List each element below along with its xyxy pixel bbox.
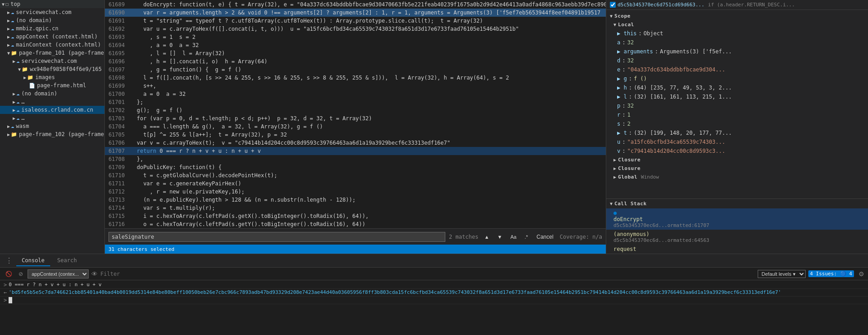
scope-value: 32: [627, 102, 633, 110]
search-up-button[interactable]: ▲: [482, 233, 491, 241]
file-tree-item-pageframe102[interactable]: ▶📁page-frame_102 (page-frame.htm: [0, 130, 104, 138]
console-input-line: > 0 === r ? n + v + u : n + u + v: [0, 281, 868, 289]
scope-key: ▶ l: [617, 93, 627, 101]
closure1-header[interactable]: ▶ Closure: [610, 156, 868, 164]
code-line: 61703 for (var p = 0, d = t.length; p < …: [105, 114, 606, 123]
file-tree-item-dotcloud[interactable]: ▶☁…: [0, 98, 104, 106]
console-panel-menu[interactable]: ⋮: [4, 255, 14, 266]
scope-header[interactable]: ▼ Scope: [606, 12, 868, 20]
callstack-item[interactable]: request: [606, 245, 868, 254]
file-tree-item-dotcloud2[interactable]: ▶☁…: [0, 114, 104, 122]
line-number: 61708: [105, 155, 128, 163]
scope-value: (32) [199, 148, 20, 177, 77...: [634, 129, 732, 137]
code-line: 61694 , a = 0 a = 32: [105, 41, 606, 49]
scope-item[interactable]: d: 32: [613, 56, 868, 65]
console-clear-button[interactable]: 🚫: [4, 270, 14, 278]
scope-item[interactable]: ▶ t: (32) [199, 148, 20, 177, 77...: [613, 128, 868, 137]
scope-key: p: [617, 102, 620, 110]
tree-label: (no domain): [16, 17, 52, 24]
search-cancel-button[interactable]: Cancel: [534, 233, 556, 241]
file-tree-item-nodomain1[interactable]: ▶☁(no domain): [0, 16, 104, 24]
tree-label: servicewechat.com: [16, 9, 71, 15]
tree-arrow-icon: ▼: [7, 51, 10, 56]
code-container: 61688comparerublickeyHex: t.comparerubli…: [105, 0, 606, 228]
search-case-button[interactable]: Aa: [508, 233, 519, 241]
tree-label: mainContext (context.html): [16, 42, 101, 48]
scope-item[interactable]: s: 2: [613, 119, 868, 128]
scope-item[interactable]: a: 32: [613, 38, 868, 47]
scope-key: e: [617, 66, 620, 74]
scope-colon: :: [638, 29, 642, 38]
breakpoint-checkbox[interactable]: [610, 2, 616, 8]
context-select[interactable]: appContext (contex...: [28, 269, 89, 278]
scope-item[interactable]: e: "04a337dc634bddbbfbcae9d304...: [613, 65, 868, 74]
callstack-item[interactable]: ●doEncryptd5c5b345370ec6d...ormatted:617…: [606, 208, 868, 230]
scope-item[interactable]: u: "a15fc6bcfbd34ca65539c74303...: [613, 137, 868, 146]
console-output[interactable]: > 0 === r ? n + v + u : n + u + v ← 'bd5…: [0, 280, 868, 335]
scope-key: u: [617, 138, 620, 146]
code-view[interactable]: 61688comparerublickeyHex: t.comparerubli…: [105, 0, 606, 228]
scope-value: 32: [627, 57, 633, 65]
filter-input[interactable]: [100, 271, 755, 277]
scope-item[interactable]: ▶ arguments: Arguments(3) ['f5ef...: [613, 47, 868, 56]
eye-button[interactable]: 👁: [91, 270, 98, 278]
search-regex-button[interactable]: .*: [522, 233, 530, 241]
console-cursor-arrow: >: [4, 297, 7, 303]
code-line: 61697 , g = function() { g = f (): [105, 66, 606, 74]
tree-label: wasm: [16, 123, 29, 129]
file-tree-item-pageframe-html[interactable]: 📄page-frame.html: [0, 81, 104, 90]
code-line: 61700 a = 0 a = 32: [105, 90, 606, 98]
code-line: 61698 l = f([].concat(h, [s >> 24 & 255,…: [105, 74, 606, 82]
search-input[interactable]: [108, 232, 445, 242]
scope-item[interactable]: ▶ this: Object: [613, 29, 868, 38]
tree-label: …: [21, 99, 24, 105]
code-line: 61711 var e = c.generateKeyPairHex(): [105, 179, 606, 188]
scope-item[interactable]: ▶ g: f (): [613, 74, 868, 83]
tab-console[interactable]: Console: [16, 255, 50, 266]
file-tree-item-mainContext[interactable]: ▶☁mainContext (context.html): [0, 41, 104, 49]
file-tree-item-isaleoss[interactable]: ▶☁isaleoss.crland.com.cn: [0, 106, 104, 114]
line-content: , g = function() { g = f (): [128, 66, 606, 74]
scope-item[interactable]: r: 1: [613, 110, 868, 119]
file-tree-item-servicewechat1[interactable]: ▶☁servicewechat.com: [0, 8, 104, 16]
code-line: 61690 var r = arguments.length > 2 && vo…: [105, 9, 606, 17]
closure2-header[interactable]: ▶ Closure: [610, 164, 868, 173]
file-tree-item-nodomain2[interactable]: ▶☁(no domain): [0, 90, 104, 98]
callstack-item[interactable]: (anonymous)d5c5b345370ec6d...ormatted:64…: [606, 230, 868, 245]
gear-button[interactable]: ⚙: [859, 270, 864, 278]
file-tree-item-pageframe101[interactable]: ▼📁page-frame_101 (page-frame.htm: [0, 49, 104, 57]
console-filter-icon[interactable]: ⊘: [17, 270, 25, 278]
file-tree-item-mmbiz[interactable]: ▶☁mmbiz.qpic.cn: [0, 24, 104, 33]
scope-item[interactable]: ▶ l: (32) [161, 161, 113, 215, 1...: [613, 92, 868, 101]
file-tree-item-appContext[interactable]: ▶☁appContext (context.html): [0, 33, 104, 41]
scope-panel[interactable]: ▼ Scope ▼ Local ▶ this: Objecta: 32▶ arg…: [606, 10, 868, 198]
scope-item[interactable]: v: "c79414b14d204cc00c8d9593c3...: [613, 146, 868, 156]
scope-value: Object: [644, 29, 663, 38]
line-number: 61702: [105, 106, 128, 114]
file-tree-item-images[interactable]: ▶📁images: [0, 73, 104, 81]
main-area: ▼☐top▶☁servicewechat.com▶☁(no domain)▶☁m…: [0, 0, 868, 254]
line-content: t = "string" == typeof t ? c.utf8ToArray…: [128, 17, 606, 25]
line-number: 61705: [105, 131, 128, 139]
file-tree-item-servicewechat2[interactable]: ▶☁servicewechat.com: [0, 57, 104, 65]
callstack-header[interactable]: ▼ Call Stack: [606, 199, 868, 208]
tree-label: wx948ef9858f04f6e9/165: [30, 66, 102, 72]
scope-item[interactable]: p: 32: [613, 101, 868, 110]
scope-colon: :: [655, 47, 658, 56]
console-output-line: ← 'bd5fe5b5e5c7da746621cbb85401a40bad4b0…: [0, 289, 868, 297]
scope-colon: :: [622, 111, 625, 119]
global-header[interactable]: ▶ Global Window: [610, 173, 868, 181]
default-levels-select[interactable]: Default levels ▾: [758, 270, 806, 278]
scope-value: Arguments(3) ['f5ef...: [660, 47, 732, 56]
code-line: 61710 t = c.getGlobalCurve().decodePoint…: [105, 171, 606, 179]
local-header[interactable]: ▼ Local: [610, 20, 868, 29]
tab-search[interactable]: Search: [52, 255, 82, 266]
file-tree-item-wx948ef[interactable]: ▼📁wx948ef9858f04f6e9/165: [0, 65, 104, 73]
scope-key: ▶ h: [617, 84, 627, 92]
file-tree-item-top[interactable]: ▼☐top: [0, 0, 104, 8]
console-cursor-line[interactable]: >: [0, 297, 868, 304]
scope-item[interactable]: ▶ h: (64) [235, 77, 49, 53, 3, 2...: [613, 83, 868, 92]
search-down-button[interactable]: ▼: [495, 233, 505, 241]
file-tree-item-wasm[interactable]: ▶☁wasm: [0, 122, 104, 130]
scope-arrow-icon: ▼: [610, 14, 613, 19]
